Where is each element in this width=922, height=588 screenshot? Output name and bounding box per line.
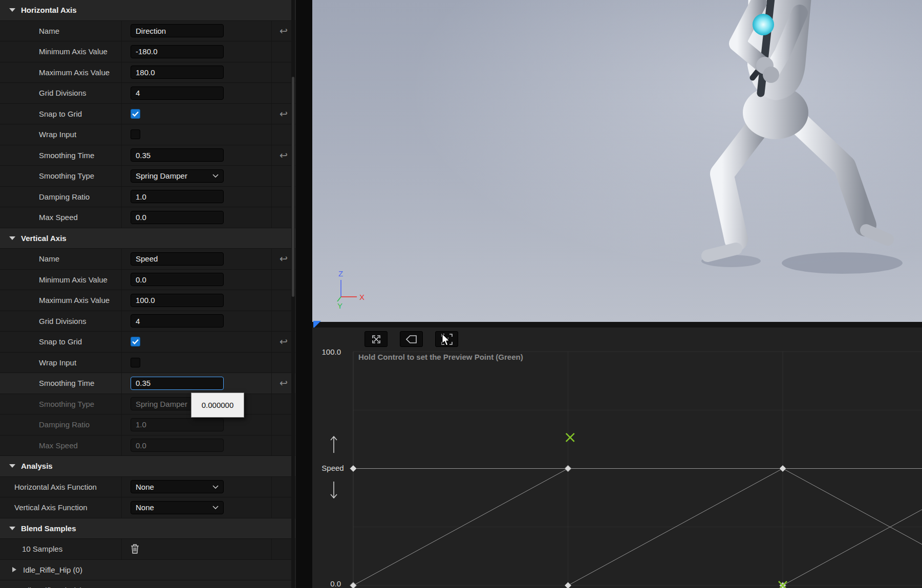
v-grid-divisions-input[interactable] xyxy=(131,314,224,328)
property-label: Smoothing Type xyxy=(0,166,122,186)
blendspace-graph-panel[interactable]: Hold Control to set the Preview Point (G… xyxy=(312,328,922,588)
property-label: Snap to Grid xyxy=(0,104,122,124)
h-damping-ratio-row: Damping Ratio xyxy=(0,187,295,208)
preview-viewport[interactable]: Z X Y xyxy=(312,0,922,322)
category-horizontal-axis[interactable]: Horizontal Axis xyxy=(0,0,295,21)
blend-sample-row-1[interactable]: Idle_Rifle_Hip (1) xyxy=(0,580,295,588)
h-wrap-row: Wrap Input xyxy=(0,124,295,145)
blend-sample-point[interactable] xyxy=(565,582,571,588)
property-label: Name xyxy=(0,249,122,269)
h-max-input[interactable] xyxy=(131,66,224,79)
v-max-input[interactable] xyxy=(131,294,224,307)
blendspace-editor: Horizontal Axis Name ↩ Minimum Axis Valu… xyxy=(0,0,922,588)
h-grid-divisions-input[interactable] xyxy=(131,86,224,100)
property-label: Smoothing Time xyxy=(0,373,122,394)
v-damping-ratio-input[interactable] xyxy=(131,418,224,431)
expand-arrow-icon[interactable] xyxy=(12,567,16,572)
property-label: Smoothing Time xyxy=(0,145,122,166)
v-min-row: Minimum Axis Value xyxy=(0,270,295,291)
collapse-arrow-icon xyxy=(9,8,15,12)
v-max-speed-input[interactable] xyxy=(131,439,224,452)
viewport-graph-splitter[interactable] xyxy=(312,322,922,328)
blend-sample-row-0[interactable]: Idle_Rifle_Hip (0) xyxy=(0,560,295,581)
right-pane: Z X Y xyxy=(312,0,922,588)
reset-to-default-button[interactable]: ↩ xyxy=(280,109,288,119)
reset-to-default-button[interactable]: ↩ xyxy=(280,26,288,36)
category-analysis[interactable]: Analysis xyxy=(0,456,295,477)
h-max-speed-input[interactable] xyxy=(131,211,224,224)
value-tooltip: 0.000000 xyxy=(191,393,244,418)
h-name-input[interactable] xyxy=(131,24,224,37)
blend-sample-point[interactable] xyxy=(565,465,571,472)
collapse-arrow-icon xyxy=(9,236,15,240)
category-label: Blend Samples xyxy=(21,524,76,533)
h-name-row: Name ↩ xyxy=(0,21,295,42)
category-label: Analysis xyxy=(21,462,53,470)
details-scrollbar[interactable] xyxy=(291,0,295,588)
tag-icon xyxy=(406,335,417,343)
v-wrap-input-checkbox[interactable] xyxy=(131,358,140,367)
reset-to-default-button[interactable]: ↩ xyxy=(280,378,288,388)
label-mode-button[interactable] xyxy=(400,331,423,347)
h-smoothing-time-input[interactable] xyxy=(131,148,224,162)
h-smoothing-type-row: Smoothing Type Spring Damper xyxy=(0,166,295,187)
triangulation-edge xyxy=(783,469,922,545)
details-panel: Horizontal Axis Name ↩ Minimum Axis Valu… xyxy=(0,0,295,588)
property-label: Damping Ratio xyxy=(0,187,122,207)
property-label: Damping Ratio xyxy=(0,415,122,435)
category-vertical-axis[interactable]: Vertical Axis xyxy=(0,228,295,249)
select-move-tool-button[interactable] xyxy=(364,331,388,347)
v-min-input[interactable] xyxy=(131,273,224,286)
category-blend-samples[interactable]: Blend Samples xyxy=(0,518,295,539)
property-label: Wrap Input xyxy=(0,353,122,373)
property-label: Grid Divisions xyxy=(0,311,122,332)
trash-icon xyxy=(131,544,139,554)
delete-samples-button[interactable] xyxy=(131,544,139,554)
v-snap-to-grid-checkbox[interactable] xyxy=(131,337,140,346)
property-label: Horizontal Axis Function xyxy=(0,477,122,497)
h-smoothing-type-dropdown[interactable]: Spring Damper xyxy=(131,169,224,183)
property-label: Vertical Axis Function xyxy=(0,497,122,518)
axis-up-arrow-icon xyxy=(330,435,338,453)
h-snap-to-grid-checkbox[interactable] xyxy=(131,109,140,119)
blend-sample-point[interactable] xyxy=(350,582,357,588)
panel-splitter[interactable] xyxy=(295,0,312,588)
v-name-input[interactable] xyxy=(131,252,224,266)
h-min-input[interactable] xyxy=(131,45,224,58)
reset-to-default-button[interactable]: ↩ xyxy=(280,150,288,160)
v-wrap-row: Wrap Input xyxy=(0,353,295,374)
gizmo-y-label: Y xyxy=(337,301,342,310)
h-damping-ratio-input[interactable] xyxy=(131,190,224,203)
h-grid-divisions-row: Grid Divisions xyxy=(0,83,295,104)
reset-to-default-button[interactable]: ↩ xyxy=(280,337,288,346)
y-axis-max-label: 100.0 xyxy=(312,347,341,356)
property-label: Snap to Grid xyxy=(0,332,122,352)
vertical-axis-function-dropdown[interactable]: None xyxy=(131,501,224,514)
chevron-down-icon xyxy=(212,485,219,489)
property-label: Max Speed xyxy=(0,435,122,456)
v-name-row: Name ↩ xyxy=(0,249,295,270)
blend-sample-point[interactable] xyxy=(780,465,786,472)
dropdown-value: Spring Damper xyxy=(136,400,187,408)
property-label: Maximum Axis Value xyxy=(0,290,122,311)
h-max-speed-row: Max Speed xyxy=(0,207,295,228)
dropdown-value: None xyxy=(136,483,154,491)
v-damping-ratio-row: Damping Ratio xyxy=(0,415,295,435)
axis-gizmo: Z X Y xyxy=(326,264,377,315)
triangulation-edge xyxy=(783,510,922,585)
property-label: Grid Divisions xyxy=(0,83,122,103)
h-max-row: Maximum Axis Value xyxy=(0,62,295,83)
blendspace-grid[interactable] xyxy=(312,328,922,588)
h-smoothing-time-row: Smoothing Time ↩ xyxy=(0,145,295,166)
collapse-arrow-icon xyxy=(9,527,15,530)
property-label: Name xyxy=(0,21,122,41)
category-label: Vertical Axis xyxy=(21,234,67,243)
property-label: Max Speed xyxy=(0,207,122,228)
reset-to-default-button[interactable]: ↩ xyxy=(280,254,288,264)
v-smoothing-time-input[interactable] xyxy=(131,377,224,390)
h-min-row: Minimum Axis Value xyxy=(0,41,295,62)
v-smoothing-time-row: Smoothing Time ↩ xyxy=(0,373,295,394)
horizontal-axis-function-dropdown[interactable]: None xyxy=(131,480,224,493)
gizmo-z-label: Z xyxy=(338,269,343,278)
h-wrap-input-checkbox[interactable] xyxy=(131,129,140,139)
